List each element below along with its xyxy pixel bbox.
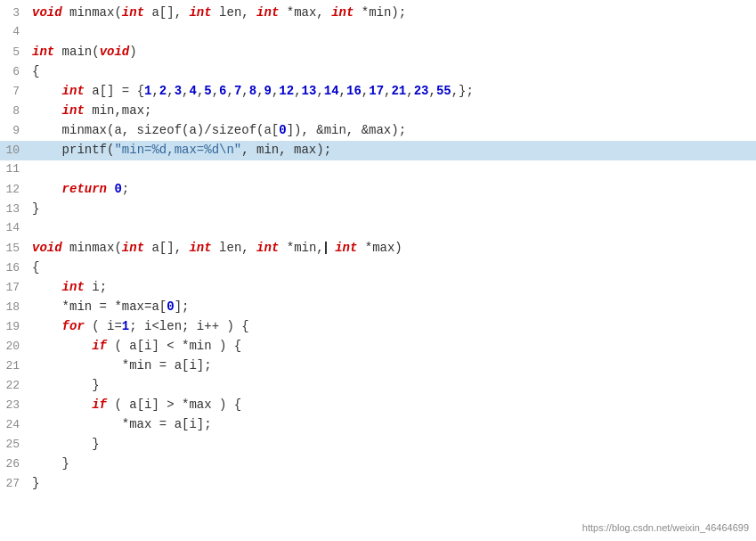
code-line-26: 26 } (0, 455, 756, 474)
code-line-9: 9 minmax(a, sizeof(a)/sizeof(a[0]), &min… (0, 121, 756, 141)
code-line-12: 12 return 0; (0, 180, 756, 200)
code-content: void minmax(int a[], int len, int *min, … (27, 239, 402, 258)
watermark: https://blog.csdn.net/weixin_46464699 (582, 521, 749, 536)
line-number: 4 (0, 23, 27, 41)
code-content: } (27, 435, 100, 455)
code-content: int i; (27, 278, 107, 298)
line-number: 27 (0, 475, 27, 493)
code-line-27: 27 } (0, 474, 756, 494)
code-line-4: 4 (0, 23, 756, 43)
code-content: for ( i=1; i<len; i++ ) { (27, 317, 249, 337)
code-line-11: 11 (0, 160, 756, 180)
line-number: 25 (0, 436, 27, 454)
line-number: 13 (0, 201, 27, 218)
code-line-7: 7 int a[] = {1,2,3,4,5,6,7,8,9,12,13,14,… (0, 82, 756, 102)
code-line-6: 6 { (0, 62, 756, 82)
line-number: 20 (0, 338, 27, 356)
line-number: 15 (0, 240, 27, 258)
code-content: { (27, 258, 39, 278)
code-content: printf("min=%d,max=%d\n", min, max); (27, 141, 331, 160)
line-number: 8 (0, 102, 27, 120)
code-content: } (27, 474, 39, 494)
code-line-5: 5 int main(void) (0, 43, 756, 62)
code-line-13: 13 } (0, 200, 756, 219)
code-content: } (27, 455, 69, 474)
code-line-3: 3 void minmax(int a[], int len, int *max… (0, 4, 756, 23)
line-number: 6 (0, 63, 27, 81)
line-number: 10 (0, 142, 27, 160)
code-line-20: 20 if ( a[i] < *min ) { (0, 337, 756, 357)
code-line-18: 18 *min = *max=a[0]; (0, 298, 756, 317)
line-number: 22 (0, 377, 27, 395)
line-number: 7 (0, 83, 27, 101)
code-line-21: 21 *min = a[i]; (0, 357, 756, 376)
code-line-16: 16 { (0, 258, 756, 278)
code-content: *min = a[i]; (27, 357, 212, 376)
code-line-24: 24 *max = a[i]; (0, 415, 756, 435)
line-number: 3 (0, 4, 27, 22)
code-content: if ( a[i] < *min ) { (27, 337, 241, 357)
code-line-19: 19 for ( i=1; i<len; i++ ) { (0, 317, 756, 337)
code-content: { (27, 62, 39, 82)
code-content: } (27, 200, 39, 219)
code-content: int a[] = {1,2,3,4,5,6,7,8,9,12,13,14,16… (27, 82, 474, 102)
line-number: 16 (0, 259, 27, 277)
line-number: 18 (0, 299, 27, 316)
code-content: } (27, 376, 100, 396)
code-content: void minmax(int a[], int len, int *max, … (27, 4, 406, 23)
code-editor: 3 void minmax(int a[], int len, int *max… (0, 0, 756, 541)
code-line-25: 25 } (0, 435, 756, 455)
code-line-14: 14 (0, 219, 756, 239)
code-line-22: 22 } (0, 376, 756, 396)
line-number: 23 (0, 397, 27, 414)
code-line-23: 23 if ( a[i] > *max ) { (0, 396, 756, 415)
code-content: *min = *max=a[0]; (27, 298, 189, 317)
code-content: int min,max; (27, 102, 151, 121)
line-number: 9 (0, 122, 27, 140)
code-line-8: 8 int min,max; (0, 102, 756, 121)
code-line-15: 15 void minmax(int a[], int len, int *mi… (0, 239, 756, 258)
line-number: 17 (0, 279, 27, 297)
code-line-17: 17 int i; (0, 278, 756, 298)
code-content: int main(void) (27, 43, 137, 62)
line-number: 11 (0, 160, 27, 178)
code-content: if ( a[i] > *max ) { (27, 396, 241, 415)
line-number: 5 (0, 44, 27, 61)
line-number: 14 (0, 219, 27, 237)
line-number: 12 (0, 181, 27, 199)
line-number: 19 (0, 318, 27, 336)
code-content: return 0; (27, 180, 129, 200)
line-number: 24 (0, 416, 27, 434)
code-line-10: 10 printf("min=%d,max=%d\n", min, max); (0, 141, 756, 160)
code-content: minmax(a, sizeof(a)/sizeof(a[0]), &min, … (27, 121, 406, 141)
line-number: 26 (0, 455, 27, 473)
code-content: *max = a[i]; (27, 415, 212, 435)
line-number: 21 (0, 357, 27, 375)
